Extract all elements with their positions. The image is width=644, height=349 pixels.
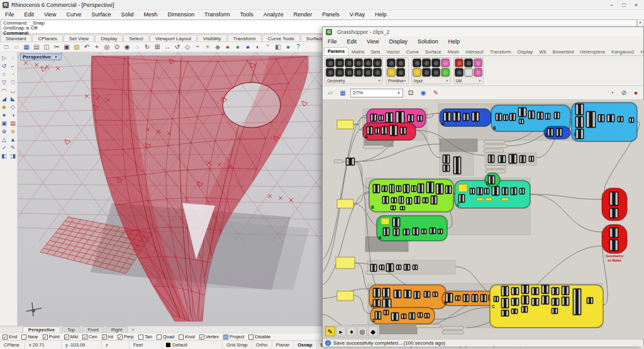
palette-group-expand-icon[interactable]: +	[479, 79, 481, 83]
component-group-c[interactable]: C	[572, 102, 637, 141]
sidebar-tool-icon-10[interactable]: ◢	[0, 94, 8, 102]
slider-capsule[interactable]	[366, 271, 389, 274]
component-group-d[interactable]: D	[485, 173, 500, 187]
palette-component-icon[interactable]	[474, 58, 482, 67]
slider-capsule[interactable]	[486, 170, 506, 173]
link-icon[interactable]: ◧	[274, 43, 282, 52]
component-param-yellow[interactable]	[458, 184, 467, 192]
status-z[interactable]: z	[102, 341, 130, 349]
undo-icon[interactable]: ↶	[82, 43, 91, 52]
osnap-perp-checkbox[interactable]	[118, 335, 123, 340]
new-file-icon[interactable]: □	[2, 43, 11, 52]
rhino-menu-render[interactable]: Render	[289, 11, 318, 18]
viewport-tab-add-icon[interactable]: +	[129, 327, 136, 333]
sidebar-tool-icon-4[interactable]: ○	[0, 70, 8, 78]
osnap-knot[interactable]: Knot	[179, 334, 194, 340]
gh-menu-solution[interactable]: Solution	[413, 38, 443, 45]
gh-tab-sets[interactable]: Sets	[368, 48, 384, 55]
save-document-icon[interactable]: ▦	[338, 88, 348, 98]
sidebar-tool-icon-16[interactable]: ▣	[0, 119, 8, 127]
sidebar-tool-icon-7[interactable]: □	[9, 78, 17, 86]
toolbar-tab-transform[interactable]: Transform	[228, 35, 262, 42]
rhino-menu-solid[interactable]: Solid	[116, 11, 138, 18]
rhino-menu-surface[interactable]: Surface	[86, 11, 116, 18]
osnap-cen[interactable]: Cen	[82, 334, 97, 340]
slider-capsule[interactable]	[486, 165, 506, 169]
gh-menu-help[interactable]: Help	[443, 38, 465, 45]
panel-component[interactable]	[337, 120, 353, 129]
palette-component-icon[interactable]	[413, 68, 421, 77]
palette-group-expand-icon[interactable]: +	[446, 79, 448, 83]
scale-icon[interactable]: ◇	[183, 43, 192, 52]
open-document-icon[interactable]: ▱	[325, 88, 335, 98]
palette-component-icon[interactable]	[455, 58, 464, 67]
print-icon[interactable]: ▤	[32, 43, 41, 52]
sidebar-tool-icon-15[interactable]: ◑	[9, 111, 17, 119]
viewport-tab-perspective[interactable]: Perspective	[23, 326, 60, 333]
panel-component[interactable]	[337, 199, 353, 208]
component-param-yellow[interactable]	[381, 218, 389, 224]
component-group-d[interactable]: D	[544, 126, 570, 139]
osnap-near-checkbox[interactable]	[21, 335, 26, 340]
component-group-d[interactable]: D	[370, 307, 435, 324]
scroll-up-icon[interactable]: ▲	[638, 20, 642, 24]
status-feet[interactable]: Feet	[130, 341, 162, 349]
status-x-20-71[interactable]: x 20.71	[25, 341, 62, 349]
export-icon[interactable]: ◫	[42, 43, 51, 52]
gh-tab-vector[interactable]: Vector	[384, 48, 403, 55]
gh-tab-params[interactable]: Params	[324, 47, 348, 55]
light-icon[interactable]: ☀	[203, 43, 212, 52]
palette-component-icon[interactable]	[335, 68, 344, 77]
zoom-window-icon[interactable]: ⊙	[113, 43, 121, 52]
sidebar-tool-icon-24[interactable]: ◧	[0, 152, 8, 160]
palette-component-icon[interactable]	[396, 58, 405, 67]
osnap-quad[interactable]: Quad	[157, 334, 174, 340]
palette-component-icon[interactable]	[474, 68, 482, 77]
palette-component-icon[interactable]	[441, 68, 450, 77]
rhino-menu-mesh[interactable]: Mesh	[138, 11, 162, 18]
rotate-view-icon[interactable]: ↻	[143, 43, 152, 52]
slider-capsule[interactable]	[484, 145, 508, 148]
sidebar-tool-icon-14[interactable]: ●	[0, 111, 8, 119]
toolbar-tab-cplanes[interactable]: CPlanes	[32, 35, 62, 42]
rhino-menu-view[interactable]: View	[39, 11, 61, 18]
palette-component-icon[interactable]	[326, 68, 335, 77]
canvas-zoom-select[interactable]: 27% ▼	[350, 89, 403, 97]
sidebar-tool-icon-22[interactable]: ✓	[0, 143, 8, 152]
rhino-menu-file[interactable]: File	[0, 11, 19, 18]
component-group-a[interactable]: A	[377, 216, 447, 241]
osnap-disable-checkbox[interactable]	[248, 335, 253, 340]
palette-component-icon[interactable]	[345, 58, 353, 67]
preview-eye-icon[interactable]: ◉	[418, 88, 428, 98]
chevron-down-icon[interactable]: ▼	[53, 55, 59, 60]
sidebar-tool-icon-17[interactable]: ▤	[9, 119, 17, 127]
palette-component-icon[interactable]	[441, 58, 450, 67]
save-icon[interactable]: ▦	[22, 43, 31, 52]
component-param-yellow[interactable]	[477, 198, 483, 201]
osnap-knot-checkbox[interactable]	[179, 335, 184, 340]
toolbar-tab-viewport-layout[interactable]: Viewport Layout	[150, 35, 197, 42]
rhino-menu-dimension[interactable]: Dimension	[162, 11, 199, 18]
osnap-vertex[interactable]: Vertex	[199, 334, 219, 340]
bake-cluster[interactable]	[602, 224, 627, 253]
rhino-menu-transform[interactable]: Transform	[199, 11, 235, 18]
slider-capsule[interactable]	[484, 140, 505, 143]
paint-icon[interactable]: ◆	[368, 326, 378, 336]
osnap-tan-checkbox[interactable]	[138, 335, 143, 340]
gh-tab-kangaroo2[interactable]: Kangaroo2	[608, 48, 638, 55]
status-default[interactable]: Default	[162, 341, 223, 349]
palette-component-icon[interactable]	[335, 58, 344, 67]
rhino-menu-v-ray[interactable]: V-Ray	[345, 11, 370, 18]
dart-icon[interactable]: ▸	[336, 326, 346, 336]
chevron-down-icon[interactable]: ▼	[397, 91, 401, 95]
canvas-pen-icon[interactable]: ✎	[431, 88, 441, 98]
gh-tab-display[interactable]: Display	[514, 48, 536, 55]
status-toggle-osnap[interactable]: Osnap	[294, 341, 316, 349]
bake-cluster[interactable]	[602, 188, 627, 221]
open-folder-icon[interactable]: ▱	[12, 43, 21, 52]
sidebar-tool-icon-13[interactable]: ◇	[9, 102, 17, 111]
close-icon[interactable]: ×	[635, 2, 638, 8]
sidebar-tool-icon-9[interactable]: ◡	[9, 86, 17, 94]
gh-tab-heteroptera[interactable]: Heteroptera	[577, 48, 608, 55]
zoom-extents-icon[interactable]: ◉	[123, 43, 131, 52]
